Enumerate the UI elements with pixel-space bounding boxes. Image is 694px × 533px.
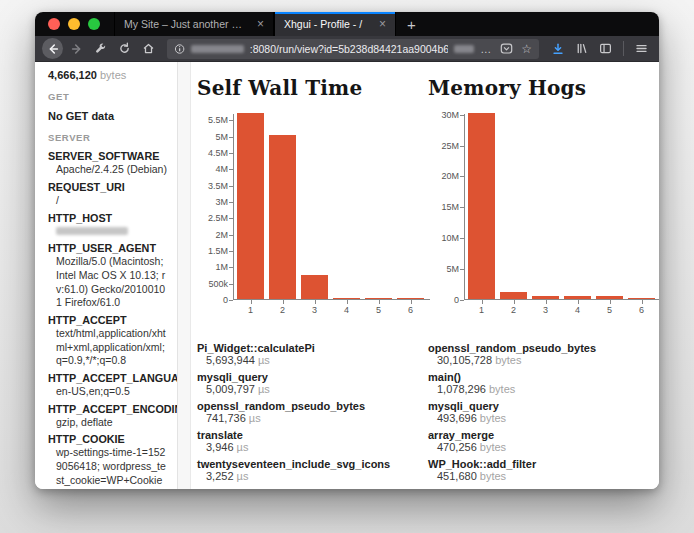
server-var-value: en-US,en;q=0.5 [48, 385, 167, 399]
home-button[interactable] [138, 38, 159, 59]
function-name[interactable]: twentyseventeen_include_svg_icons [197, 458, 422, 470]
page-tools-button[interactable] [90, 38, 111, 59]
chart-bar[interactable] [365, 298, 392, 299]
sidebar-toggle-button[interactable] [595, 38, 616, 59]
function-item: main()1,078,296 bytes [428, 371, 653, 395]
y-tick-mark [229, 120, 233, 121]
x-tick-mark [578, 300, 579, 304]
tab-title: Xhgui - Profile - / [284, 18, 370, 30]
function-value: 1,078,296 bytes [428, 383, 653, 395]
function-name[interactable]: mysqli_query [428, 400, 653, 412]
chart-bar[interactable] [333, 298, 360, 299]
zoom-window-button[interactable] [88, 18, 100, 30]
page-content: 4,666,120 bytes GET No GET data SERVER S… [35, 62, 659, 489]
memory-hogs-panel: Memory Hogs 05M10M15M20M25M30M123456 ope… [428, 74, 659, 489]
sidebar-scrollbar[interactable] [177, 62, 191, 489]
function-name[interactable]: openssl_random_pseudo_bytes [428, 342, 653, 354]
function-name[interactable]: WP_Hook::add_filter [428, 458, 653, 470]
y-tick-label: 1.5M [198, 247, 228, 256]
y-tick-mark [229, 186, 233, 187]
forward-button[interactable] [66, 38, 87, 59]
chart-bar[interactable] [397, 298, 424, 299]
function-value-unit: µs [258, 383, 270, 395]
function-name[interactable]: array_keys [428, 487, 653, 489]
function-value-unit: µs [237, 441, 249, 453]
get-section-header: GET [48, 91, 167, 103]
downloads-button[interactable] [547, 38, 568, 59]
y-tick-mark [229, 218, 233, 219]
y-tick-mark [229, 284, 233, 285]
panel-title: Memory Hogs [428, 76, 659, 100]
function-name[interactable]: Pi_Widget::calculatePi [197, 342, 422, 354]
chart-bar[interactable] [237, 113, 264, 299]
function-name[interactable]: array_merge [428, 429, 653, 441]
close-tab-icon[interactable]: × [379, 18, 386, 30]
bookmark-star-icon[interactable]: ☆ [521, 42, 532, 56]
redacted-url-tail [454, 45, 475, 53]
chart-bar[interactable] [301, 275, 328, 299]
x-tick-label: 6 [397, 305, 424, 315]
server-var-key: HTTP_ACCEPT_ENCODING [48, 402, 167, 416]
y-tick-mark [229, 202, 233, 203]
function-value: 3,946 µs [197, 441, 422, 453]
x-tick-mark [546, 300, 547, 304]
page-actions-icon[interactable]: … [480, 43, 492, 55]
close-window-button[interactable] [48, 18, 60, 30]
x-tick-label: 5 [596, 305, 623, 315]
function-name[interactable]: openssl_random_pseudo_bytes [197, 400, 422, 412]
reload-button[interactable] [114, 38, 135, 59]
function-item: twentyseventeen_include_svg_icons3,252 µ… [197, 458, 422, 482]
function-value-number: 451,680 [437, 470, 480, 482]
function-value-unit: bytes [489, 383, 515, 395]
y-tick-label: 3.5M [198, 182, 228, 191]
pocket-icon[interactable] [500, 43, 513, 55]
self-wall-time-chart: 0500k1M1.5M2M2.5M3M3.5M4M4.5M5M5.5M12345… [197, 114, 428, 332]
sidebar-icon [599, 42, 612, 55]
y-tick-mark [229, 251, 233, 252]
x-tick-label: 6 [628, 305, 655, 315]
site-info-icon[interactable] [174, 43, 185, 55]
x-tick-mark [379, 300, 380, 304]
server-var-value: / [48, 194, 167, 208]
library-button[interactable] [571, 38, 592, 59]
forward-arrow-icon [70, 42, 84, 56]
function-name[interactable]: main() [428, 371, 653, 383]
chart-bar[interactable] [500, 292, 527, 299]
url-bar[interactable]: :8080/run/view?id=5b238d84421aa9004b680 … [167, 39, 539, 59]
minimize-window-button[interactable] [68, 18, 80, 30]
function-name[interactable]: mysqli_query [197, 371, 422, 383]
x-tick-mark [283, 300, 284, 304]
tab-xhgui-profile[interactable]: Xhgui - Profile - / × [274, 12, 396, 36]
x-tick-mark [347, 300, 348, 304]
chart-bar[interactable] [468, 113, 495, 299]
menu-button[interactable] [631, 38, 652, 59]
chart-bar[interactable] [628, 298, 655, 299]
y-tick-label: 20M [429, 172, 459, 181]
x-tick-mark [411, 300, 412, 304]
y-tick-mark [460, 207, 464, 208]
chart-bar[interactable] [596, 296, 623, 299]
function-name[interactable]: main() [197, 487, 422, 489]
y-tick-mark [229, 153, 233, 154]
function-value-unit: bytes [495, 354, 521, 366]
tab-wordpress-site[interactable]: My Site – Just another WordPress s × [114, 12, 274, 36]
y-tick-label: 15M [429, 203, 459, 212]
chart-bar[interactable] [564, 296, 591, 299]
function-value-unit: µs [237, 470, 249, 482]
back-arrow-icon [46, 42, 60, 56]
y-tick-label: 5.5M [198, 116, 228, 125]
chart-bar[interactable] [269, 135, 296, 299]
close-tab-icon[interactable]: × [257, 18, 264, 30]
browser-window: My Site – Just another WordPress s × Xhg… [35, 12, 659, 489]
back-button[interactable] [42, 38, 63, 59]
new-tab-button[interactable]: + [396, 12, 427, 36]
function-value: 30,105,728 bytes [428, 354, 653, 366]
y-tick-label: 10M [429, 234, 459, 243]
function-name[interactable]: translate [197, 429, 422, 441]
function-item: mysqli_query493,696 bytes [428, 400, 653, 424]
function-value-unit: bytes [480, 470, 506, 482]
function-value-number: 1,078,296 [437, 383, 489, 395]
x-tick-label: 2 [269, 305, 296, 315]
hamburger-menu-icon [635, 42, 648, 55]
chart-bar[interactable] [532, 296, 559, 299]
